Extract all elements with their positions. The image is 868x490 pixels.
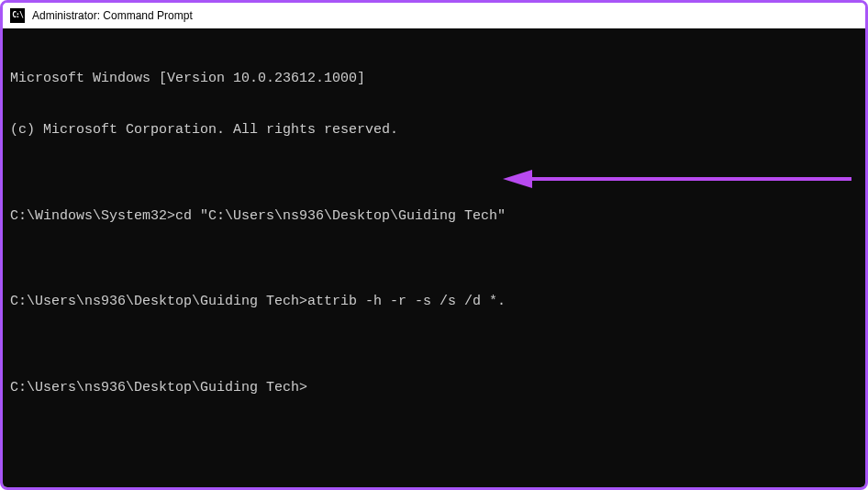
terminal-line: Microsoft Windows [Version 10.0.23612.10… [10, 71, 858, 88]
window-titlebar[interactable]: C:\ Administrator: Command Prompt [3, 3, 865, 28]
terminal-line: C:\Windows\System32>cd "C:\Users\ns936\D… [10, 208, 858, 226]
svg-marker-1 [503, 170, 532, 188]
terminal-line: C:\Users\ns936\Desktop\Guiding Tech>attr… [10, 294, 858, 311]
cmd-icon: C:\ [10, 8, 25, 23]
terminal-line: C:\Users\ns936\Desktop\Guiding Tech> [10, 380, 858, 397]
terminal-line: (c) Microsoft Corporation. All rights re… [10, 122, 858, 139]
window-title: Administrator: Command Prompt [32, 9, 193, 22]
terminal-area[interactable]: Microsoft Windows [Version 10.0.23612.10… [3, 28, 865, 487]
